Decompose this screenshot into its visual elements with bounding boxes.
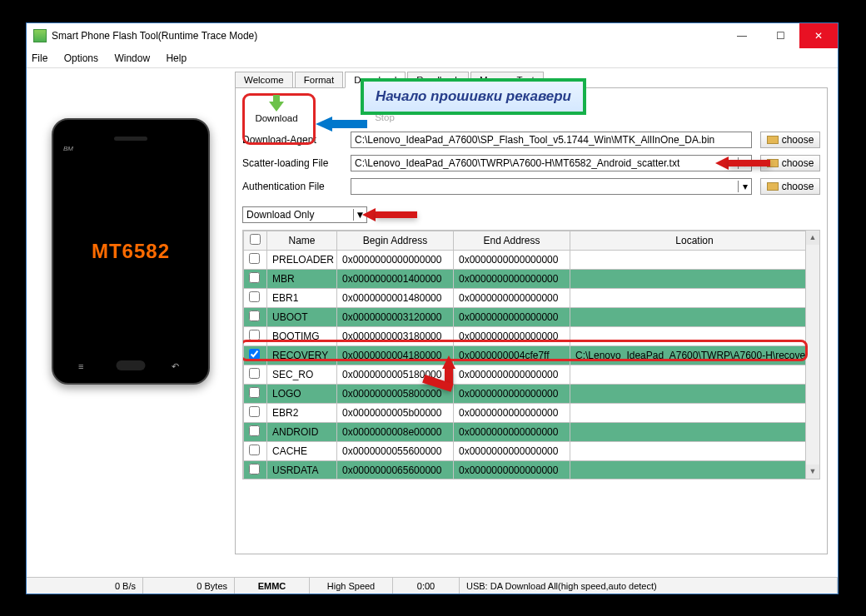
row-checkbox[interactable] xyxy=(249,310,260,321)
cell-name: EBR1 xyxy=(267,289,337,308)
cell-end: 0x0000000000000000 xyxy=(454,308,570,327)
scroll-down-icon[interactable]: ▼ xyxy=(806,464,819,479)
maximize-button[interactable]: ☐ xyxy=(761,23,799,48)
table-row[interactable]: ANDROID0x0000000008e000000x0000000000000… xyxy=(244,423,819,442)
status-bytes: 0 Bytes xyxy=(143,578,235,594)
header-name: Name xyxy=(267,231,337,251)
scatter-choose-button[interactable]: choose xyxy=(760,155,820,171)
table-row[interactable]: EBR10x00000000014800000x0000000000000000 xyxy=(244,289,819,308)
menu-help[interactable]: Help xyxy=(166,52,187,64)
status-storage: EMMC xyxy=(235,578,310,594)
cell-location xyxy=(570,385,819,404)
cell-location xyxy=(570,308,819,327)
status-speed: High Speed xyxy=(310,578,393,594)
phone-menu-icon: ≡ xyxy=(78,361,90,370)
cell-location xyxy=(570,365,819,385)
cell-begin: 0x0000000003120000 xyxy=(337,308,454,327)
table-scrollbar[interactable]: ▲ ▼ xyxy=(805,231,819,479)
chevron-down-icon: ▾ xyxy=(738,181,751,192)
table-row[interactable]: PRELOADER0x00000000000000000x00000000000… xyxy=(244,251,819,270)
header-checkbox[interactable] xyxy=(244,231,267,251)
phone-chipset-text: MT6582 xyxy=(92,240,170,263)
auth-label: Authentication File xyxy=(242,181,342,192)
row-checkbox[interactable] xyxy=(249,349,260,360)
folder-icon xyxy=(767,136,779,144)
menu-options[interactable]: Options xyxy=(64,52,98,64)
titlebar[interactable]: Smart Phone Flash Tool(Runtime Trace Mod… xyxy=(27,23,838,48)
cell-begin: 0x0000000055600000 xyxy=(337,442,454,461)
cell-end: 0x0000000004cfe7ff xyxy=(454,346,570,365)
table-row[interactable]: EBR20x0000000005b000000x0000000000000000 xyxy=(244,404,819,423)
window-title: Smart Phone Flash Tool(Runtime Trace Mod… xyxy=(52,30,257,42)
table-row[interactable]: CACHE0x00000000556000000x000000000000000… xyxy=(244,442,819,461)
menu-window[interactable]: Window xyxy=(114,52,150,64)
row-checkbox[interactable] xyxy=(249,425,260,436)
table-row[interactable]: MBR0x00000000014000000x0000000000000000 xyxy=(244,270,819,289)
callout-text: Начало прошивки рекавери xyxy=(376,88,571,104)
cell-name: BOOTIMG xyxy=(267,327,337,346)
da-choose-button[interactable]: choose xyxy=(760,132,820,148)
cell-location: C:\Lenovo_IdeaPad_A7600\TWRP\A7600-H\rec… xyxy=(570,346,819,365)
cell-end: 0x0000000000000000 xyxy=(454,251,570,270)
phone-home-button xyxy=(117,360,146,370)
cell-begin: 0x0000000065600000 xyxy=(337,461,454,480)
folder-icon xyxy=(767,159,779,167)
cell-end: 0x0000000000000000 xyxy=(454,289,570,308)
cell-begin: 0x0000000001400000 xyxy=(337,270,454,289)
table-row[interactable]: USRDATA0x00000000656000000x0000000000000… xyxy=(244,461,819,480)
download-button[interactable]: Download xyxy=(247,95,306,123)
row-checkbox[interactable] xyxy=(249,445,260,455)
cell-end: 0x0000000000000000 xyxy=(454,442,570,461)
cell-begin: 0x0000000000000000 xyxy=(337,251,454,270)
partition-table-wrap: Name Begin Address End Address Location … xyxy=(242,230,820,479)
da-field[interactable]: C:\Lenovo_IdeaPad_A7600\SP_Flash_Tool_v5… xyxy=(351,132,752,148)
row-checkbox[interactable] xyxy=(249,368,260,379)
header-begin: Begin Address xyxy=(337,231,454,251)
minimize-button[interactable]: — xyxy=(723,23,761,48)
scatter-field[interactable]: C:\Lenovo_IdeaPad_A7600\TWRP\A7600-H\MT6… xyxy=(351,155,752,171)
close-button[interactable]: ✕ xyxy=(799,23,838,48)
cell-name: ANDROID xyxy=(267,423,337,442)
cell-begin: 0x0000000008e00000 xyxy=(337,423,454,442)
cell-begin: 0x0000000005b00000 xyxy=(337,404,454,423)
table-row[interactable]: BOOTIMG0x00000000031800000x0000000000000… xyxy=(244,327,819,346)
folder-icon xyxy=(767,182,779,191)
status-time: 0:00 xyxy=(393,578,460,594)
auth-field[interactable]: ▾ xyxy=(351,178,752,195)
row-checkbox[interactable] xyxy=(249,272,260,283)
table-row[interactable]: UBOOT0x00000000031200000x000000000000000… xyxy=(244,308,819,327)
row-checkbox[interactable] xyxy=(249,330,260,340)
table-row[interactable]: LOGO0x00000000058000000x0000000000000000 xyxy=(244,385,819,404)
cell-begin: 0x0000000005180000 xyxy=(337,365,454,385)
tab-welcome[interactable]: Welcome xyxy=(235,72,293,87)
cell-name: CACHE xyxy=(267,442,337,461)
cell-location xyxy=(570,442,819,461)
auth-choose-button[interactable]: choose xyxy=(760,178,820,195)
cell-begin: 0x0000000005800000 xyxy=(337,385,454,404)
table-row[interactable]: SEC_RO0x00000000051800000x00000000000000… xyxy=(244,365,819,385)
da-label: Download-Agent xyxy=(242,134,342,146)
mode-select[interactable]: Download Only ▼ xyxy=(242,206,367,223)
table-row[interactable]: RECOVERY0x00000000041800000x0000000004cf… xyxy=(244,346,819,365)
cell-end: 0x0000000000000000 xyxy=(454,423,570,442)
cell-location xyxy=(570,461,819,480)
row-checkbox[interactable] xyxy=(249,291,260,302)
download-panel: Начало прошивки рекавери Download Stop xyxy=(235,88,828,554)
row-checkbox[interactable] xyxy=(249,253,260,264)
download-button-label: Download xyxy=(255,113,297,123)
main-column: Welcome Format Download Readback Memory … xyxy=(235,68,838,594)
phone-screen: MT6582 xyxy=(62,161,200,341)
scroll-up-icon[interactable]: ▲ xyxy=(806,231,819,245)
phone-speaker xyxy=(114,137,147,141)
menu-file[interactable]: File xyxy=(32,52,47,64)
menubar: File Options Window Help xyxy=(27,48,838,68)
partition-table: Name Begin Address End Address Location … xyxy=(243,231,819,479)
cell-end: 0x0000000000000000 xyxy=(454,461,570,480)
scatter-label: Scatter-loading File xyxy=(242,157,342,169)
phone-mock: BM MT6582 ≡ ↶ xyxy=(52,118,210,385)
row-checkbox[interactable] xyxy=(249,464,260,474)
row-checkbox[interactable] xyxy=(249,387,260,398)
row-checkbox[interactable] xyxy=(249,406,260,417)
tab-format[interactable]: Format xyxy=(295,72,343,87)
cell-end: 0x0000000000000000 xyxy=(454,327,570,346)
